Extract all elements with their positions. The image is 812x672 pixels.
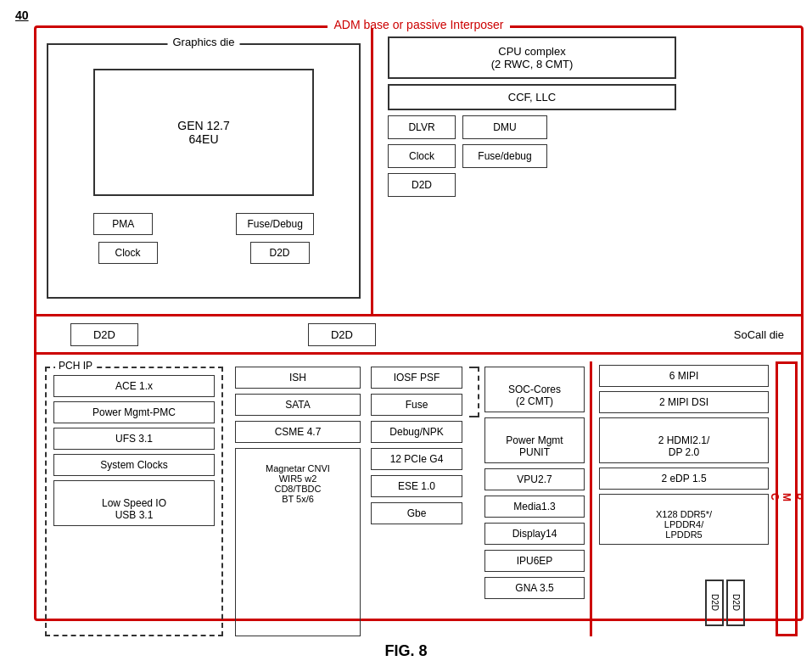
clock-box-graphics: Clock — [98, 242, 158, 264]
low-speed-io-box: Low Speed IO USB 3.1 — [53, 480, 215, 526]
cpu-row2: Clock Fuse/debug — [388, 144, 792, 168]
fuse-debug-box: Fuse/Debug — [236, 213, 313, 235]
dmu-box: DMU — [462, 115, 547, 139]
fuse-iosf-box: Fuse — [371, 394, 462, 416]
ace-box: ACE 1.x — [53, 375, 215, 397]
cpu-row3: D2D — [388, 173, 792, 197]
cpu-complex-label: CPU complex (2 RWC, 8 CMT) — [491, 45, 574, 70]
graphics-controls-row2: Clock D2D — [55, 242, 352, 264]
power-mgmt-punit-box: Power Mgmt PUNIT — [484, 417, 585, 463]
pch-ip-container: PCH IP ACE 1.x Power Mgmt-PMC UFS 3.1 Sy… — [45, 367, 223, 636]
graphics-controls-row1: PMA Fuse/Debug — [55, 213, 352, 235]
d2d-box-cpu: D2D — [388, 173, 456, 197]
d2d-right-box: D2D — [308, 323, 376, 346]
page: 40 ADM base or passive Interposer Graphi… — [0, 0, 812, 672]
pma-box: PMA — [93, 213, 153, 235]
iosf-bracket — [468, 367, 479, 636]
csme-box: CSME 4.7 — [235, 421, 361, 443]
socall-section: 6 MIPI 2 MIPI DSI 2 HDMI2.1/ DP 2.0 2 eD… — [590, 361, 776, 636]
cpu-complex-box: CPU complex (2 RWC, 8 CMT) — [388, 36, 676, 79]
cpu-row1: DLVR DMU — [388, 115, 792, 139]
graphics-die-title: Graphics die — [168, 36, 240, 48]
pmc-vertical-box: P M C — [776, 361, 798, 636]
power-mgmt-pmc-box: Power Mgmt-PMC — [53, 401, 215, 423]
d2d-vertical-row: D2D D2D — [705, 580, 745, 626]
gen-box: GEN 12.7 64EU — [93, 69, 314, 196]
mipi-box: 6 MIPI — [599, 365, 769, 387]
ese-box: ESE 1.0 — [371, 475, 462, 497]
d2d-vertical-2: D2D — [726, 580, 745, 626]
ufs-box: UFS 3.1 — [53, 428, 215, 450]
d2d-box-graphics: D2D — [250, 242, 310, 264]
adm-container: ADM base or passive Interposer Graphics … — [34, 25, 804, 621]
bottom-section: PCH IP ACE 1.x Power Mgmt-PMC UFS 3.1 Sy… — [36, 355, 801, 643]
d2d-left-box: D2D — [70, 323, 138, 346]
ish-box: ISH — [235, 367, 361, 389]
d2d-vertical-1: D2D — [705, 580, 724, 626]
system-clocks-box: System Clocks — [53, 454, 215, 476]
clock-box-cpu: Clock — [388, 144, 456, 168]
pch-items: ACE 1.x Power Mgmt-PMC UFS 3.1 System Cl… — [53, 375, 215, 628]
magnetar-box: Magnetar CNVI WIR5 w2 CD8/TBDC BT 5x/6 — [235, 448, 361, 636]
sata-box: SATA — [235, 394, 361, 416]
iosf-psf-box: IOSF PSF — [371, 367, 462, 389]
cpu-section: CPU complex (2 RWC, 8 CMT) CCF, LLC DLVR… — [371, 28, 801, 314]
media-box: Media1.3 — [484, 496, 585, 518]
mipi-dsi-box: 2 MIPI DSI — [599, 391, 769, 413]
display-box: Display14 — [484, 523, 585, 545]
top-divider — [371, 28, 373, 314]
pcie-box: 12 PCIe G4 — [371, 448, 462, 470]
gbe-box: Gbe — [371, 502, 462, 524]
d2d-connector-row: D2D D2D SoCall die — [36, 316, 801, 355]
socall-items: 6 MIPI 2 MIPI DSI 2 HDMI2.1/ DP 2.0 2 eD… — [592, 361, 776, 548]
mid-column: ISH SATA CSME 4.7 Magnetar CNVI WIR5 w2 … — [230, 355, 366, 643]
graphics-die: Graphics die GEN 12.7 64EU PMA Fuse/Debu… — [47, 43, 361, 299]
pch-label: PCH IP — [55, 360, 96, 372]
dlvr-box: DLVR — [388, 115, 456, 139]
iosf-column: IOSF PSF Fuse Debug/NPK 12 PCIe G4 ESE 1… — [366, 355, 468, 643]
ipu-box: IPU6EP — [484, 550, 585, 572]
debug-npk-box: Debug/NPK — [371, 421, 462, 443]
fuse-debug-cpu-box: Fuse/debug — [462, 144, 547, 168]
gna-box: GNA 3.5 — [484, 577, 585, 599]
soc-column: SOC-Cores (2 CMT) Power Mgmt PUNIT VPU2.… — [479, 355, 590, 643]
socall-die-label-top: SoCall die — [734, 328, 784, 341]
edp-box: 2 eDP 1.5 — [599, 468, 769, 490]
iosf-section: IOSF PSF Fuse Debug/NPK 12 PCIe G4 ESE 1… — [366, 355, 479, 643]
ccf-box: CCF, LLC — [388, 84, 676, 110]
figure-number: 40 — [15, 8, 29, 22]
vpu-box: VPU2.7 — [484, 468, 585, 490]
hdmi-box: 2 HDMI2.1/ DP 2.0 — [599, 417, 769, 463]
fig-caption: FIG. 8 — [384, 642, 427, 660]
soc-cores-box: SOC-Cores (2 CMT) — [484, 367, 585, 412]
top-section: Graphics die GEN 12.7 64EU PMA Fuse/Debu… — [36, 28, 801, 316]
ddr5-box: X128 DDR5*/ LPDDR4/ LPDDR5 — [599, 494, 769, 545]
gen-label: GEN 12.7 64EU — [177, 119, 229, 146]
